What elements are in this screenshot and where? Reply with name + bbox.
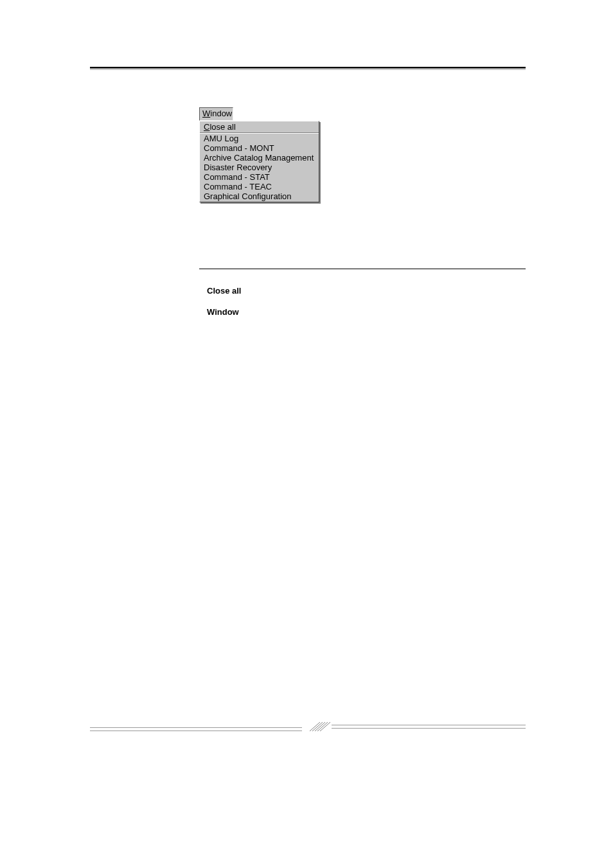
menu-item-text: AMU Log: [204, 134, 238, 143]
section-divider: [199, 269, 526, 269]
label-window: Window: [207, 307, 239, 317]
menu-item-text: Command - TEAC: [204, 182, 272, 191]
menu-item-graphical-config[interactable]: Graphical Configuration: [200, 191, 319, 201]
menu-item-text: Archive Catalog Management: [204, 153, 314, 163]
label-close-all: Close all: [207, 286, 241, 296]
menu-item-command-teac[interactable]: Command - TEAC: [200, 182, 319, 191]
menu-item-text: Disaster Recovery: [204, 163, 272, 172]
top-horizontal-rule: [90, 67, 526, 69]
menu-item-text: Graphical Configuration: [204, 191, 292, 201]
menu-item-close-all[interactable]: Close all: [200, 122, 319, 133]
menu-dropdown: Close all AMU Log Command - MONT Archive…: [199, 121, 319, 202]
menu-item-text: Command - STAT: [204, 172, 270, 182]
menu-title-mnemonic: W: [202, 109, 210, 118]
menu-item-command-mont[interactable]: Command - MONT: [200, 143, 319, 153]
footer-rule-group: [90, 725, 526, 731]
svg-line-4: [320, 722, 330, 731]
menu-item-text: lose all: [209, 122, 235, 132]
footer-rule-right: [332, 725, 526, 729]
menu-item-amu-log[interactable]: AMU Log: [200, 134, 319, 143]
footer-rule-left: [90, 727, 302, 731]
svg-line-0: [310, 722, 320, 731]
menu-title-window[interactable]: Window: [199, 107, 233, 121]
footer-feather-icon: [308, 721, 332, 732]
svg-line-2: [315, 722, 325, 731]
menu-item-archive-catalog[interactable]: Archive Catalog Management: [200, 153, 319, 163]
menu-item-mnemonic: C: [204, 122, 209, 132]
menu-item-command-stat[interactable]: Command - STAT: [200, 172, 319, 182]
menu-title-text: indow: [210, 109, 232, 118]
page: Window Close all AMU Log Command - MONT …: [0, 0, 613, 868]
menu-item-disaster-recovery[interactable]: Disaster Recovery: [200, 163, 319, 172]
menu-item-text: Command - MONT: [204, 143, 274, 153]
window-menu: Window Close all AMU Log Command - MONT …: [199, 107, 319, 202]
svg-line-1: [312, 722, 323, 731]
svg-line-3: [317, 722, 328, 731]
